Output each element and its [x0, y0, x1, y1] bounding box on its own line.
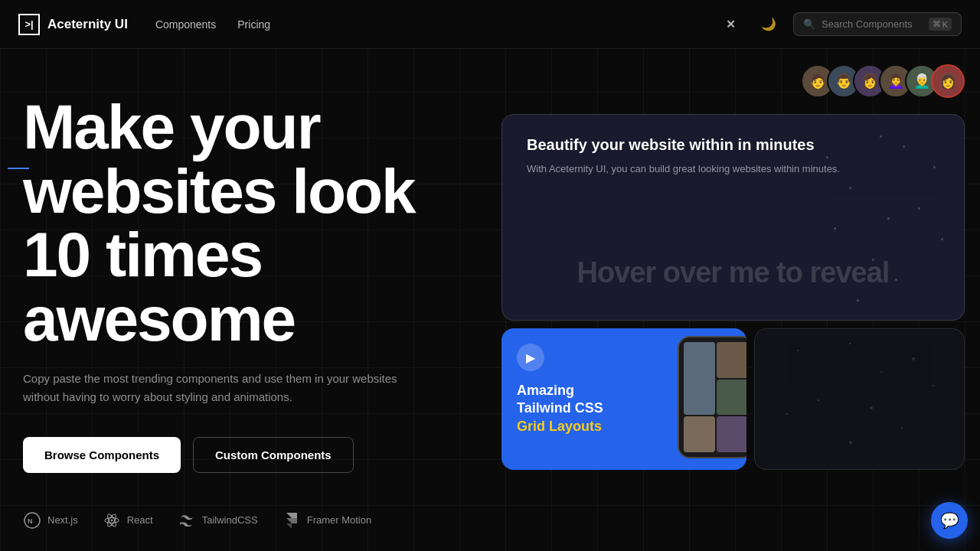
cta-buttons: Browse Components Custom Components [23, 437, 501, 473]
avatar-6: 👩 [931, 64, 965, 98]
logo-text: Aceternity UI [47, 17, 128, 32]
logo[interactable]: >| Aceternity UI [18, 14, 128, 35]
react-label: React [127, 514, 153, 526]
card-tailwind: ▶ Amazing Tailwind CSS Grid Layouts [501, 328, 746, 470]
navbar-right: ✕ 🌙 🔍 Search Components ⌘K [717, 11, 962, 38]
card-top: Beautify your website within in minutes … [501, 114, 965, 321]
avatar-row: 🧑 👨 👩 👩‍🦱 👨‍🦳 👩 [801, 64, 965, 98]
nav-components[interactable]: Components [155, 18, 216, 31]
search-keyboard-shortcut: ⌘K [929, 18, 952, 31]
tech-framer: Framer Motion [283, 511, 372, 530]
custom-components-button[interactable]: Custom Components [193, 437, 354, 473]
phone-mockup [678, 336, 746, 458]
hero-headline: Make your websites look 10 times awesome [23, 95, 501, 351]
twitter-icon-button[interactable]: ✕ [717, 11, 744, 38]
search-bar[interactable]: 🔍 Search Components ⌘K [793, 12, 962, 36]
phone-image-1 [684, 342, 715, 415]
navbar-left: >| Aceternity UI Components Pricing [18, 14, 270, 35]
play-icon: ▶ [526, 350, 535, 365]
browse-components-button[interactable]: Browse Components [23, 437, 181, 473]
nextjs-icon: N [23, 511, 41, 530]
tech-nextjs: N Next.js [23, 511, 78, 530]
tech-tailwind: TailwindCSS [178, 511, 258, 530]
nextjs-label: Next.js [47, 514, 78, 526]
tailwind-line2: Tailwind CSS [517, 400, 603, 416]
tailwind-line1: Amazing [517, 383, 574, 398]
hero-subtext: Copy paste the most trending components … [23, 370, 436, 406]
chat-icon: 💬 [940, 511, 959, 530]
tailwind-card-icon: ▶ [517, 344, 544, 371]
right-panel: 🧑 👨 👩 👩‍🦱 👨‍🦳 👩 Beautify your website wi… [501, 49, 980, 551]
search-placeholder-text: Search Components [822, 18, 923, 30]
phone-image-4 [684, 416, 715, 452]
hero-line1: Make your [23, 92, 320, 161]
nav-links: Components Pricing [155, 18, 270, 31]
navbar: >| Aceternity UI Components Pricing ✕ 🌙 … [0, 0, 980, 49]
cards-bottom: ▶ Amazing Tailwind CSS Grid Layouts [501, 328, 965, 470]
hero-line2: websites look [23, 156, 415, 226]
framer-label: Framer Motion [307, 514, 372, 526]
left-panel: Make your websites look 10 times awesome… [0, 49, 501, 551]
react-icon [103, 511, 121, 530]
phone-image-5 [717, 416, 746, 452]
theme-toggle-button[interactable]: 🌙 [755, 11, 782, 38]
svg-point-5 [110, 519, 113, 521]
moon-icon: 🌙 [761, 17, 776, 31]
chat-bubble-button[interactable]: 💬 [931, 502, 968, 539]
phone-image-2 [717, 342, 746, 378]
x-icon: ✕ [726, 18, 736, 31]
tailwind-line3: Grid Layouts [517, 419, 602, 434]
main-content: Make your websites look 10 times awesome… [0, 49, 980, 551]
tailwindcss-label: TailwindCSS [202, 514, 258, 526]
tech-stack: N Next.js React [23, 511, 501, 530]
card-dark [754, 328, 965, 470]
framer-icon [283, 511, 301, 530]
tailwindcss-icon [178, 511, 196, 530]
logo-icon: >| [18, 14, 40, 35]
nav-pricing[interactable]: Pricing [237, 18, 270, 31]
search-icon: 🔍 [803, 18, 815, 30]
svg-text:N: N [28, 517, 33, 525]
tech-react: React [103, 511, 153, 530]
hover-reveal-text: Hover over me to reveal [502, 256, 964, 289]
card-dark-stars [755, 329, 964, 469]
hero-line3: 10 times awesome [23, 220, 295, 354]
phone-image-3 [717, 380, 746, 416]
